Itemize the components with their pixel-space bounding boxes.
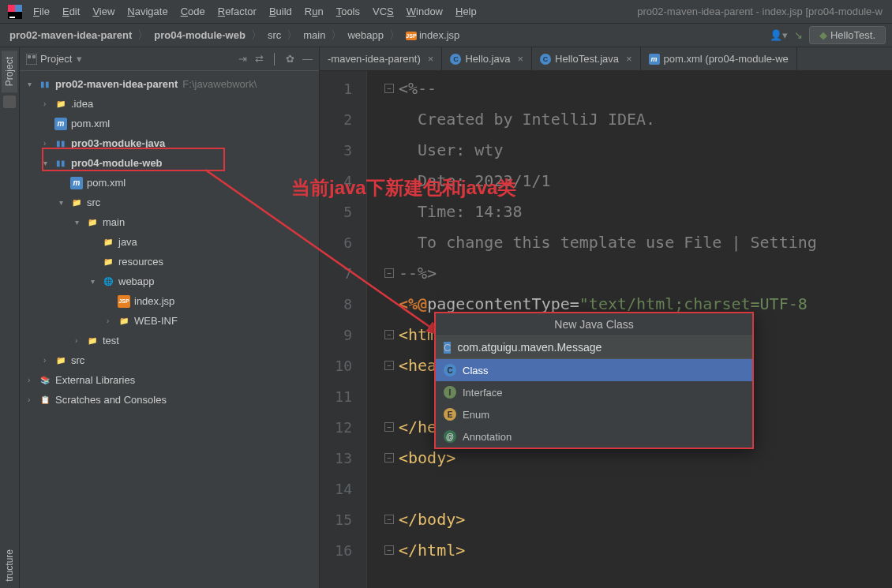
jsp-icon: JSP — [118, 295, 130, 308]
class-icon: C — [444, 364, 456, 376]
breadcrumb-bar: pro02-maven-idea-parent 〉 pro04-module-w… — [0, 24, 892, 47]
tree-item-webapp[interactable]: ▾🌐 webapp — [20, 272, 319, 291]
close-icon[interactable]: × — [428, 53, 434, 65]
tree-item-idea[interactable]: ›📁 .idea — [20, 94, 319, 114]
class-icon: C — [444, 342, 451, 354]
tree-item-indexjsp[interactable]: JSP index.jsp — [20, 291, 319, 311]
tree-item-pom1[interactable]: m pom.xml — [20, 114, 319, 133]
fold-icon[interactable]: − — [384, 361, 394, 370]
tree-item-mod04[interactable]: ▾▮▮ pro04-module-web — [20, 153, 319, 173]
fold-icon[interactable]: − — [384, 330, 394, 339]
type-option-annotation[interactable]: @ Annotation — [436, 425, 752, 448]
crumb-main[interactable]: main — [300, 28, 328, 43]
menu-help[interactable]: Help — [449, 2, 483, 21]
gear-icon[interactable]: ✿ — [286, 53, 294, 65]
menu-view[interactable]: View — [86, 2, 121, 21]
type-option-enum[interactable]: E Enum — [436, 403, 752, 425]
editor-tabs: -maven-idea-parent)× C Hello.java× C Hel… — [320, 47, 892, 71]
tree-item-src2[interactable]: ›📁 src — [20, 350, 319, 370]
class-name-input[interactable] — [457, 341, 744, 354]
folder-icon: 📁 — [54, 354, 67, 367]
run-config-dropdown[interactable]: ◆HelloTest. — [809, 26, 886, 44]
editor-tab-2[interactable]: C HelloTest.java× — [532, 47, 641, 70]
chevron-right-icon: 〉 — [389, 28, 400, 43]
menu-vcs[interactable]: VCS — [366, 2, 400, 21]
hammer-icon[interactable]: ↘ — [794, 29, 803, 41]
close-icon[interactable]: × — [517, 53, 523, 65]
project-header: Project ▾ ⇥ ⇄ │ ✿ — — [20, 47, 319, 71]
folder-icon: 📁 — [54, 98, 67, 110]
web-folder-icon: 🌐 — [102, 275, 114, 288]
interface-icon: I — [444, 386, 456, 399]
expand-icon[interactable]: ⇄ — [255, 53, 264, 65]
menu-edit[interactable]: Edit — [56, 2, 86, 21]
enum-icon: E — [444, 408, 456, 421]
editor-tab-3[interactable]: m pom.xml (pro04-module-we — [641, 47, 797, 70]
crumb-module[interactable]: pro04-module-web — [151, 28, 249, 43]
tree-scratches[interactable]: ›📋 Scratches and Consoles — [20, 390, 319, 410]
users-icon[interactable]: 👤▾ — [770, 29, 788, 41]
chevron-right-icon: 〉 — [287, 28, 298, 43]
folder-icon: 📁 — [86, 216, 99, 229]
tree-external-libraries[interactable]: ›📚 External Libraries — [20, 370, 319, 390]
dropdown-icon[interactable]: ▾ — [77, 53, 82, 65]
menu-tools[interactable]: Tools — [330, 2, 366, 21]
fold-icon[interactable]: − — [384, 268, 394, 278]
hide-icon[interactable]: — — [302, 53, 313, 65]
crumb-file[interactable]: JSPindex.jsp — [403, 28, 463, 43]
bookmark-icon[interactable] — [3, 96, 16, 108]
fold-icon[interactable]: − — [384, 84, 394, 93]
scratches-icon: 📋 — [39, 394, 51, 406]
crumb-root[interactable]: pro02-maven-idea-parent — [6, 28, 135, 43]
project-tree[interactable]: ▾▮▮ pro02-maven-idea-parentF:\javawebwor… — [20, 71, 319, 588]
fold-icon[interactable]: − — [384, 515, 394, 524]
tree-item-resources[interactable]: 📁 resources — [20, 252, 319, 272]
crumb-src[interactable]: src — [264, 28, 284, 43]
close-icon[interactable]: × — [626, 53, 632, 65]
tree-root[interactable]: ▾▮▮ pro02-maven-idea-parentF:\javawebwor… — [20, 74, 319, 94]
menu-refactor[interactable]: Refactor — [212, 2, 263, 21]
resources-folder-icon: 📁 — [102, 256, 114, 268]
class-name-input-row: C — [436, 335, 752, 359]
tree-item-pom2[interactable]: m pom.xml — [20, 173, 319, 193]
annotation-icon: @ — [444, 430, 456, 443]
svg-rect-5 — [9, 17, 15, 18]
project-title[interactable]: Project — [40, 53, 72, 65]
tree-item-src[interactable]: ▾📁 src — [20, 193, 319, 212]
svg-rect-3 — [15, 5, 22, 12]
tree-item-test[interactable]: ›📁 test — [20, 331, 319, 350]
select-opened-icon[interactable]: ⇥ — [238, 53, 247, 65]
menu-navigate[interactable]: Navigate — [121, 2, 174, 21]
tree-item-webinf[interactable]: ›📁 WEB-INF — [20, 311, 319, 331]
source-folder-icon: 📁 — [102, 236, 114, 249]
menu-code[interactable]: Code — [174, 2, 212, 21]
java-class-icon: C — [540, 54, 551, 65]
menu-run[interactable]: Run — [298, 2, 330, 21]
type-option-interface[interactable]: I Interface — [436, 381, 752, 403]
vtab-structure[interactable]: tructure — [2, 543, 17, 588]
crumb-webapp[interactable]: webapp — [344, 28, 387, 43]
jsp-icon: JSP — [406, 32, 417, 40]
fold-icon[interactable]: − — [384, 453, 394, 463]
svg-rect-7 — [28, 55, 31, 58]
vtab-project[interactable]: Project — [2, 51, 17, 92]
editor-tab-0[interactable]: -maven-idea-parent)× — [320, 47, 442, 70]
type-option-class[interactable]: C Class — [436, 359, 752, 381]
dialog-title: New Java Class — [436, 313, 752, 335]
project-view-icon — [26, 54, 37, 65]
menu-window[interactable]: Window — [400, 2, 449, 21]
tree-item-main[interactable]: ▾📁 main — [20, 212, 319, 232]
fold-icon[interactable]: − — [384, 422, 394, 432]
window-title: pro02-maven-idea-parent - index.jsp [pro… — [631, 6, 889, 17]
module-icon: ▮▮ — [39, 78, 51, 91]
editor-tab-1[interactable]: C Hello.java× — [442, 47, 532, 70]
tree-item-mod03[interactable]: ›▮▮ pro03-moduke-java — [20, 133, 319, 153]
fold-icon[interactable]: − — [384, 545, 394, 555]
collapse-icon[interactable]: │ — [272, 53, 278, 65]
new-java-class-dialog: New Java Class C C Class I Interface E E… — [434, 312, 754, 449]
menu-file[interactable]: File — [27, 2, 56, 21]
java-class-icon: C — [450, 54, 461, 65]
folder-icon: 📁 — [86, 335, 99, 347]
menu-build[interactable]: Build — [263, 2, 298, 21]
tree-item-java[interactable]: 📁 java — [20, 232, 319, 252]
